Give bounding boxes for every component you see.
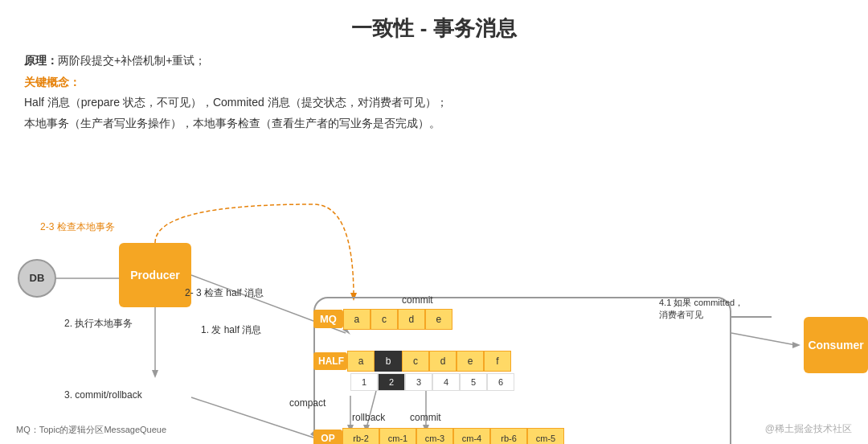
op-cm3: cm-3 [416,428,453,444]
mq-row: MQ a c d e [313,309,452,330]
label-4-1: 4.1 如果 committed， 消费者可见 [659,297,772,321]
db-box: DB [18,259,56,298]
op-cm1: cm-1 [379,428,416,444]
label-commit-top: commit [402,294,433,306]
num-1: 1 [350,373,378,391]
half-cell-a: a [347,351,375,372]
num-2: 2 [378,373,405,391]
label-check-local: 2-3 检查本地事务 [40,220,115,234]
consumer-box: Consumer [804,317,868,373]
page-title: 一致性 - 事务消息 [0,0,868,51]
half-cell-f: f [484,351,511,372]
intro-line1: Half 消息（prepare 状态，不可见），Commited 消息（提交状态… [24,92,844,113]
half-cell-d: d [429,351,457,372]
op-row: OP rb-2 cm-1 cm-3 cm-4 rb-6 cm-5 [313,428,564,444]
half-label: HALF [313,352,347,370]
half-cell-b: b [375,351,402,372]
svg-marker-17 [152,370,158,378]
half-cell-e: e [457,351,484,372]
mq-cell-d: d [398,309,425,330]
num-5: 5 [460,373,487,391]
op-label: OP [313,430,342,444]
svg-line-20 [731,333,796,345]
diagram-area: DB Producer 2-3 检查本地事务 2- 3 检查 half 消息 1… [0,140,868,438]
op-rb6: rb-6 [490,428,527,444]
op-cm5: cm-5 [527,428,564,444]
label-compact: compact [289,397,326,409]
op-rb2: rb-2 [342,428,379,444]
num-3: 3 [405,373,432,391]
half-cell-c: c [402,351,429,372]
intro-line2: 本地事务（生产者写业务操作），本地事务检查（查看生产者的写业务是否完成）。 [24,113,844,134]
half-row: HALF a b c d e f [313,351,511,372]
svg-marker-21 [792,342,800,348]
mq-cell-c: c [371,309,398,330]
intro-section: 原理：两阶段提交+补偿机制+重试； 关键概念： Half 消息（prepare … [0,51,868,134]
key-label: 关键概念： [24,72,844,92]
producer-box: Producer [119,243,191,307]
label-rollback: rollback [352,412,385,423]
label-commit: commit [410,412,441,423]
label-commit-rollback: 3. commit/rollback [64,389,142,401]
mq-note: MQ：Topic的逻辑分区MessageQueue [16,424,166,436]
mq-cell-e: e [425,309,452,330]
principle-text: 两阶段提交+补偿机制+重试； [58,54,206,67]
principle-label: 原理： [24,54,58,67]
intro-principle: 原理：两阶段提交+补偿机制+重试； [24,51,844,71]
num-4: 4 [432,373,460,391]
label-send-half: 1. 发 half 消息 [201,323,261,337]
watermark: @稀土掘金技术社区 [765,422,852,436]
label-exec-local: 2. 执行本地事务 [64,317,133,331]
num-row: 1 2 3 4 5 6 [350,373,514,391]
mq-label: MQ [313,310,343,328]
op-cm4: cm-4 [453,428,490,444]
label-check-half: 2- 3 检查 half 消息 [185,286,264,300]
num-6: 6 [487,373,514,391]
mq-cell-a: a [343,309,371,330]
